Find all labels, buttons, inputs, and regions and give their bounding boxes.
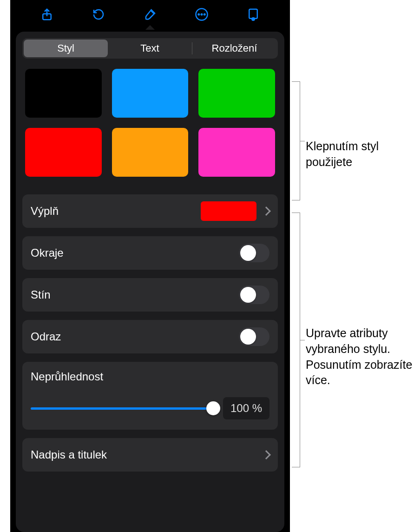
svg-point-4 xyxy=(204,14,205,15)
style-swatch[interactable] xyxy=(25,69,102,118)
top-toolbar xyxy=(10,0,290,29)
opacity-block: Neprůhlednost 100 % xyxy=(22,362,278,430)
svg-rect-5 xyxy=(249,9,257,19)
style-swatch[interactable] xyxy=(198,128,275,177)
tab-label: Rozložení xyxy=(212,42,257,54)
callout-tick xyxy=(300,141,305,141)
format-panel: Styl Text Rozložení Výplň xyxy=(16,32,284,532)
svg-point-2 xyxy=(198,14,199,15)
svg-point-3 xyxy=(201,14,203,15)
reflection-row[interactable]: Odraz xyxy=(22,320,278,353)
more-icon[interactable] xyxy=(193,6,210,23)
shadow-toggle[interactable] xyxy=(239,286,269,304)
opacity-slider[interactable] xyxy=(31,401,214,415)
tab-text[interactable]: Text xyxy=(108,40,192,57)
style-swatch[interactable] xyxy=(25,128,102,177)
style-swatch-grid xyxy=(22,69,278,181)
slider-thumb[interactable] xyxy=(206,401,220,415)
slider-track xyxy=(31,407,214,410)
fill-color-preview xyxy=(201,201,256,221)
style-swatch[interactable] xyxy=(112,69,189,118)
opacity-label: Neprůhlednost xyxy=(31,370,269,383)
tab-segmented-control: Styl Text Rozložení xyxy=(22,38,278,59)
svg-point-7 xyxy=(253,19,254,20)
fill-label: Výplň xyxy=(31,205,59,218)
reflection-toggle[interactable] xyxy=(239,327,269,346)
callout-bracket xyxy=(292,213,300,467)
title-caption-row[interactable]: Nadpis a titulek xyxy=(22,438,278,472)
callout-attrs-hint: Upravte atributy vybraného stylu. Posunu… xyxy=(306,326,414,388)
fill-row[interactable]: Výplň xyxy=(22,194,278,228)
style-swatch[interactable] xyxy=(112,128,189,177)
chevron-right-icon xyxy=(262,206,271,216)
opacity-value-field[interactable]: 100 % xyxy=(223,397,269,419)
callout-bracket xyxy=(292,81,300,200)
shadow-row[interactable]: Stín xyxy=(22,278,278,312)
callout-swatch-hint: Klepnutím styl použijete xyxy=(306,139,414,170)
undo-icon[interactable] xyxy=(90,6,107,23)
chevron-right-icon xyxy=(262,450,271,459)
border-label: Okraje xyxy=(31,246,64,259)
tab-style[interactable]: Styl xyxy=(24,40,108,57)
reflection-label: Odraz xyxy=(31,330,61,343)
document-view-icon[interactable] xyxy=(245,6,262,23)
border-row[interactable]: Okraje xyxy=(22,236,278,270)
tab-label: Text xyxy=(140,42,159,54)
border-toggle[interactable] xyxy=(239,244,269,262)
shadow-label: Stín xyxy=(31,288,51,301)
share-icon[interactable] xyxy=(39,6,55,23)
device-screen: Styl Text Rozložení Výplň xyxy=(10,0,290,532)
tab-label: Styl xyxy=(57,42,74,54)
style-swatch[interactable] xyxy=(198,69,275,118)
callout-tick xyxy=(300,340,305,340)
title-caption-label: Nadpis a titulek xyxy=(31,448,107,461)
tab-layout[interactable]: Rozložení xyxy=(192,40,276,57)
brush-icon[interactable] xyxy=(142,6,158,23)
